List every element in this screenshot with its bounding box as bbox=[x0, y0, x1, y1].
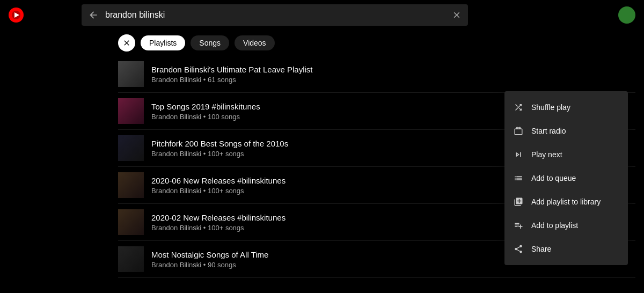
context-menu-item-add-to-queue[interactable]: Add to queue bbox=[504, 166, 628, 190]
filter-chip-songs[interactable]: Songs bbox=[191, 35, 229, 50]
context-menu-item-share[interactable]: Share bbox=[504, 237, 628, 261]
filter-chip-playlists[interactable]: Playlists bbox=[141, 35, 185, 50]
playlist-thumb bbox=[118, 61, 144, 87]
context-menu: Shuffle play Start radio Play next Add t… bbox=[504, 91, 628, 265]
list-item[interactable]: Brandon Bilinski's Ultimate Pat Leave Pl… bbox=[118, 56, 635, 93]
context-menu-item-shuffle-play[interactable]: Shuffle play bbox=[504, 96, 628, 119]
context-menu-label: Share bbox=[531, 245, 551, 253]
search-bar bbox=[82, 4, 468, 26]
search-input[interactable] bbox=[105, 10, 445, 20]
youtube-music-logo bbox=[9, 8, 24, 23]
filter-chip-videos[interactable]: Videos bbox=[235, 35, 275, 50]
context-menu-label: Add to playlist bbox=[531, 221, 578, 230]
play-next-icon bbox=[513, 149, 524, 160]
search-back-button[interactable] bbox=[88, 10, 99, 20]
avatar[interactable] bbox=[618, 6, 635, 24]
playlist-thumb bbox=[118, 172, 144, 198]
library-add-icon bbox=[513, 196, 524, 207]
context-menu-item-start-radio[interactable]: Start radio bbox=[504, 119, 628, 143]
context-menu-label: Shuffle play bbox=[531, 103, 570, 112]
filter-bar: Playlists Songs Videos bbox=[0, 30, 644, 56]
search-clear-button[interactable] bbox=[452, 10, 462, 20]
filter-clear-button[interactable] bbox=[118, 34, 135, 52]
playlist-thumb bbox=[118, 135, 144, 161]
share-icon bbox=[513, 244, 524, 254]
playlist-info: Brandon Bilinski's Ultimate Pat Leave Pl… bbox=[151, 65, 635, 84]
radio-icon bbox=[513, 126, 524, 136]
context-menu-label: Play next bbox=[531, 150, 562, 159]
playlist-add-icon bbox=[513, 220, 524, 231]
playlist-meta: Brandon Bilinski • 61 songs bbox=[151, 76, 635, 84]
queue-icon bbox=[513, 173, 524, 184]
context-menu-label: Start radio bbox=[531, 127, 566, 135]
context-menu-item-play-next[interactable]: Play next bbox=[504, 143, 628, 166]
context-menu-label: Add playlist to library bbox=[531, 197, 601, 206]
context-menu-item-add-to-playlist[interactable]: Add to playlist bbox=[504, 214, 628, 237]
logo-area bbox=[9, 8, 73, 23]
playlist-thumb bbox=[118, 246, 144, 272]
context-menu-label: Add to queue bbox=[531, 174, 576, 182]
shuffle-icon bbox=[513, 102, 524, 113]
context-menu-item-add-playlist-to-library[interactable]: Add playlist to library bbox=[504, 190, 628, 214]
playlist-thumb bbox=[118, 98, 144, 124]
playlist-thumb bbox=[118, 209, 144, 235]
playlist-title: Brandon Bilinski's Ultimate Pat Leave Pl… bbox=[151, 65, 635, 74]
header bbox=[0, 0, 644, 30]
